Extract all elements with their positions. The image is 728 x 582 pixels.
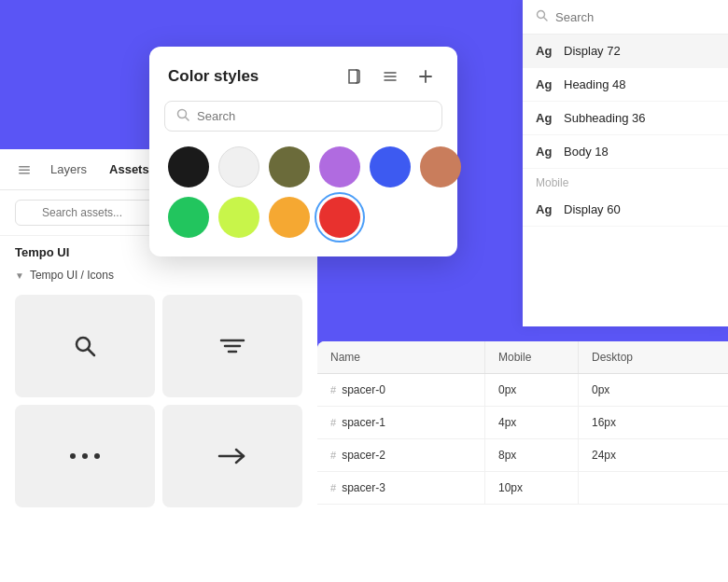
hash-icon: #	[330, 417, 336, 428]
icon-cell-search[interactable]	[15, 295, 155, 397]
col-header-name: Name	[317, 341, 485, 373]
asset-subsection[interactable]: ▼ Tempo UI / Icons	[0, 263, 317, 287]
right-search-icon	[536, 9, 548, 24]
svg-rect-0	[19, 166, 30, 168]
cell-spacer1-desktop: 16px	[579, 407, 728, 438]
text-style-name-heading48: Heading 48	[564, 77, 626, 91]
hash-icon: #	[330, 384, 336, 395]
cell-spacer2-mobile: 8px	[485, 439, 579, 471]
text-style-display60[interactable]: Ag Display 60	[523, 193, 728, 227]
text-style-body18[interactable]: Ag Body 18	[523, 135, 728, 169]
right-search-input[interactable]	[555, 10, 712, 24]
color-popup-search	[164, 101, 442, 132]
color-popup: Color styles	[149, 47, 457, 256]
color-popup-title: Color styles	[168, 67, 332, 86]
layers-icon	[15, 160, 34, 179]
svg-point-9	[82, 453, 88, 459]
cell-spacer0-name: # spacer-0	[317, 374, 485, 406]
cell-spacer1-name: # spacer-1	[317, 407, 485, 438]
col-header-desktop: Desktop	[579, 341, 728, 373]
swatch-green[interactable]	[168, 197, 209, 238]
icon-grid	[0, 287, 317, 522]
ag-label: Ag	[536, 77, 554, 91]
add-style-btn[interactable]	[413, 63, 439, 90]
swatch-olive[interactable]	[269, 146, 310, 187]
col-header-mobile: Mobile	[485, 341, 579, 373]
popup-search-icon	[176, 108, 189, 124]
svg-line-18	[186, 118, 189, 121]
text-style-name-display72: Display 72	[564, 44, 621, 58]
color-swatch-grid	[149, 146, 457, 238]
table-header-row: Name Mobile Desktop	[317, 341, 728, 374]
table-row: # spacer-3 10px	[317, 472, 728, 505]
book-icon-btn[interactable]	[342, 63, 368, 90]
swatch-white[interactable]	[218, 146, 259, 187]
spacer3-name: spacer-3	[342, 481, 385, 494]
text-style-subheading36[interactable]: Ag Subheading 36	[523, 102, 728, 135]
svg-rect-1	[19, 169, 30, 171]
cell-spacer0-desktop: 0px	[579, 374, 728, 406]
svg-line-4	[89, 350, 95, 356]
spacer2-name: spacer-2	[342, 449, 385, 462]
popup-search-input[interactable]	[197, 109, 430, 123]
svg-rect-2	[19, 173, 30, 174]
spacer0-name: spacer-0	[342, 383, 385, 396]
color-popup-header: Color styles	[149, 47, 457, 101]
swatch-salmon[interactable]	[420, 146, 461, 187]
cell-spacer3-desktop	[579, 478, 728, 497]
icon-cell-arrow[interactable]	[162, 405, 302, 507]
ag-label: Ag	[536, 202, 554, 216]
text-style-heading48[interactable]: Ag Heading 48	[523, 68, 728, 102]
cell-spacer3-name: # spacer-3	[317, 472, 485, 504]
cell-spacer1-mobile: 4px	[485, 407, 579, 438]
text-style-display72[interactable]: Ag Display 72	[523, 35, 728, 68]
cell-spacer3-mobile: 10px	[485, 472, 579, 504]
right-panel-search	[523, 0, 728, 35]
table-row: # spacer-1 4px 16px	[317, 407, 728, 439]
spacer1-name: spacer-1	[342, 416, 385, 429]
swatch-red[interactable]	[319, 197, 360, 238]
cell-spacer2-name: # spacer-2	[317, 439, 485, 471]
text-style-name-body18: Body 18	[564, 145, 609, 159]
chevron-icon: ▼	[15, 270, 24, 281]
hash-icon: #	[330, 482, 336, 493]
ag-label: Ag	[536, 145, 554, 159]
swatch-orange[interactable]	[269, 197, 310, 238]
swatch-lime[interactable]	[218, 197, 259, 238]
cell-spacer0-mobile: 0px	[485, 374, 579, 406]
hash-icon: #	[330, 450, 336, 461]
icon-cell-filter[interactable]	[162, 295, 302, 397]
swatch-purple[interactable]	[319, 146, 360, 187]
bottom-table: Name Mobile Desktop # spacer-0 0px 0px #…	[317, 341, 728, 582]
ag-label: Ag	[536, 44, 554, 58]
swatch-blue[interactable]	[370, 146, 411, 187]
text-style-name-display60: Display 60	[564, 202, 621, 216]
mobile-section-label: Mobile	[523, 169, 728, 193]
right-panel: Ag Display 72 Ag Heading 48 Ag Subheadin…	[523, 0, 728, 326]
icon-cell-more[interactable]	[15, 405, 155, 507]
table-row: # spacer-0 0px 0px	[317, 374, 728, 407]
ag-label: Ag	[536, 111, 554, 125]
cell-spacer2-desktop: 24px	[579, 439, 728, 471]
swatch-black[interactable]	[168, 146, 209, 187]
table-row: # spacer-2 8px 24px	[317, 439, 728, 472]
subsection-label: Tempo UI / Icons	[30, 269, 114, 282]
text-style-name-subheading36: Subheading 36	[564, 111, 645, 125]
tab-layers[interactable]: Layers	[41, 157, 96, 182]
svg-point-8	[70, 453, 76, 459]
list-icon-btn[interactable]	[377, 63, 403, 90]
svg-point-10	[94, 453, 100, 459]
svg-line-20	[544, 18, 548, 21]
